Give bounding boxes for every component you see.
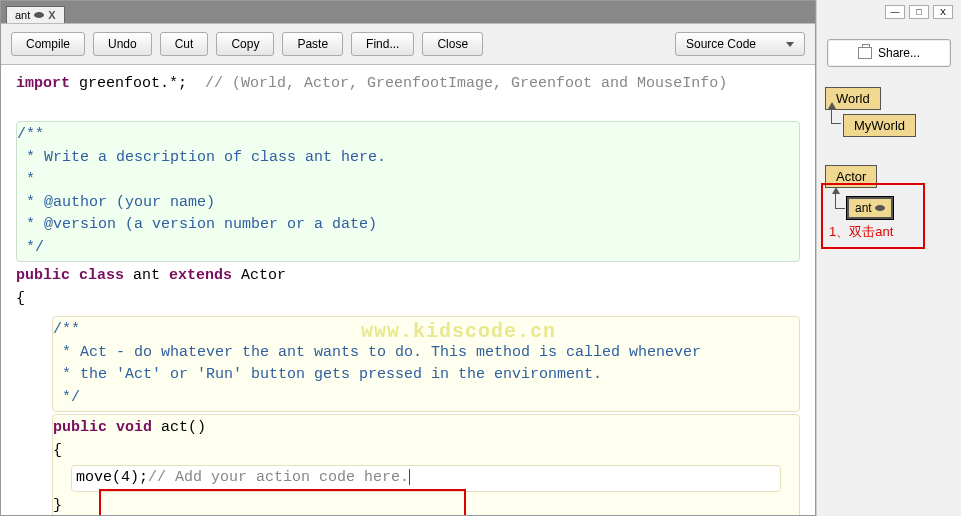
code-editor[interactable]: import greenfoot.*; // (World, Actor, Gr… xyxy=(1,65,815,515)
window-close-button[interactable]: X xyxy=(933,5,953,19)
chevron-down-icon xyxy=(786,42,794,47)
close-button[interactable]: Close xyxy=(422,32,483,56)
window-controls: — □ X xyxy=(825,5,953,19)
tab-label: ant xyxy=(15,9,30,21)
dropdown-label: Source Code xyxy=(686,37,756,51)
actor-hierarchy: Actor ant 1、双击ant xyxy=(825,163,953,190)
minimize-button[interactable]: — xyxy=(885,5,905,19)
method-doc-block: /** * Act - do whatever the ant wants to… xyxy=(52,316,800,412)
toolbar: Compile Undo Cut Copy Paste Find... Clos… xyxy=(1,23,815,65)
maximize-button[interactable]: □ xyxy=(909,5,929,19)
ant-icon xyxy=(875,205,885,211)
paste-button[interactable]: Paste xyxy=(282,32,343,56)
undo-button[interactable]: Undo xyxy=(93,32,152,56)
ant-class[interactable]: ant xyxy=(847,197,893,219)
text-cursor xyxy=(409,469,410,485)
compile-button[interactable]: Compile xyxy=(11,32,85,56)
annotation-box-1: ant 1、双击ant xyxy=(821,183,925,249)
ant-icon xyxy=(34,12,44,18)
world-hierarchy: World MyWorld xyxy=(825,85,953,139)
share-icon xyxy=(858,47,872,59)
view-mode-dropdown[interactable]: Source Code xyxy=(675,32,805,56)
method-body: public void act() { move(4);// Add your … xyxy=(52,414,800,515)
side-panel: — □ X Share... World MyWorld Actor ant xyxy=(816,0,961,516)
annotation-label-1: 1、双击ant xyxy=(829,223,917,241)
find-button[interactable]: Find... xyxy=(351,32,414,56)
tab-bar: ant X xyxy=(1,1,815,23)
share-button[interactable]: Share... xyxy=(827,39,951,67)
myworld-class[interactable]: MyWorld xyxy=(843,114,916,137)
editor-panel: ant X Compile Undo Cut Copy Paste Find..… xyxy=(0,0,816,516)
copy-button[interactable]: Copy xyxy=(216,32,274,56)
tab-close-icon[interactable]: X xyxy=(48,9,55,21)
cut-button[interactable]: Cut xyxy=(160,32,209,56)
file-tab[interactable]: ant X xyxy=(6,6,65,23)
class-doc-block: /** * Write a description of class ant h… xyxy=(16,121,800,262)
